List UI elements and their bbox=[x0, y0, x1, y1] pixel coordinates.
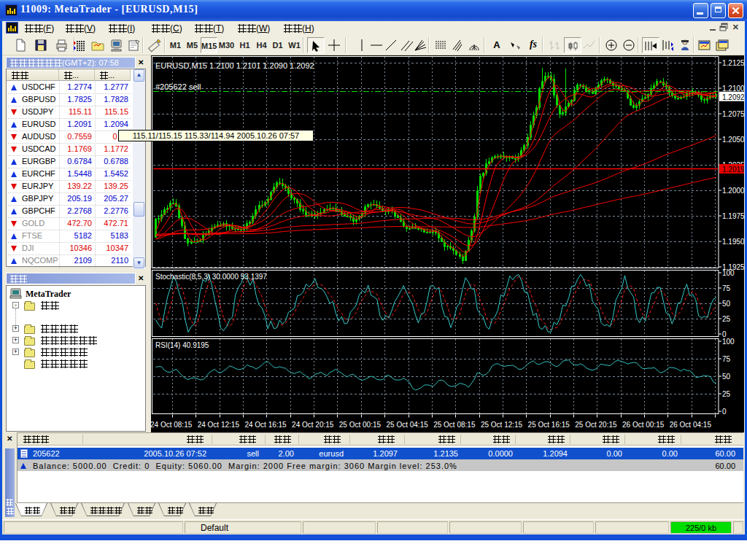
svg-text:RSI(14) 40.9195: RSI(14) 40.9195 bbox=[155, 341, 209, 349]
svg-text:1.2125: 1.2125 bbox=[722, 59, 744, 67]
svg-text:75: 75 bbox=[722, 284, 731, 292]
svg-text:25: 25 bbox=[722, 315, 731, 323]
svg-text:0: 0 bbox=[722, 408, 727, 416]
svg-text:26 Oct 00:15: 26 Oct 00:15 bbox=[622, 421, 665, 429]
svg-text:25: 25 bbox=[722, 390, 731, 398]
svg-text:1.2075: 1.2075 bbox=[722, 110, 744, 118]
svg-text:25 Oct 04:15: 25 Oct 04:15 bbox=[387, 421, 429, 429]
svg-text:25 Oct 16:15: 25 Oct 16:15 bbox=[528, 421, 570, 429]
svg-text:50: 50 bbox=[722, 373, 731, 381]
svg-text:24 Oct 08:15: 24 Oct 08:15 bbox=[151, 421, 193, 429]
svg-text:24 Oct 12:15: 24 Oct 12:15 bbox=[198, 421, 240, 429]
svg-text:1.2050: 1.2050 bbox=[722, 136, 744, 144]
svg-text:Stochastic(8,5,3) 30.0000 53: Stochastic(8,5,3) 30.0000 53.1397 bbox=[155, 273, 267, 281]
svg-text:1.2019: 1.2019 bbox=[722, 166, 744, 174]
svg-text:50: 50 bbox=[722, 300, 731, 308]
svg-text:26 Oct 04:15: 26 Oct 04:15 bbox=[670, 421, 712, 429]
svg-text:1.2000: 1.2000 bbox=[722, 187, 744, 195]
svg-text:EURUSD,M15 1.2100 1.2101 1.20: EURUSD,M15 1.2100 1.2101 1.2090 1.2092 bbox=[155, 61, 314, 70]
svg-text:100: 100 bbox=[722, 338, 735, 346]
svg-text:24 Oct 20:15: 24 Oct 20:15 bbox=[292, 421, 334, 429]
svg-text:100: 100 bbox=[722, 269, 735, 277]
svg-text:75: 75 bbox=[722, 355, 731, 363]
svg-text:24 Oct 16:15: 24 Oct 16:15 bbox=[244, 421, 287, 429]
svg-text:#205622 sell: #205622 sell bbox=[155, 82, 201, 91]
svg-text:25 Oct 08:15: 25 Oct 08:15 bbox=[433, 421, 476, 429]
svg-text:25 Oct 20:15: 25 Oct 20:15 bbox=[575, 421, 617, 429]
svg-text:0: 0 bbox=[722, 330, 727, 338]
svg-text:1.1975: 1.1975 bbox=[722, 212, 744, 220]
svg-text:1.1950: 1.1950 bbox=[722, 238, 744, 246]
svg-text:1.2092: 1.2092 bbox=[722, 93, 744, 101]
svg-text:25 Oct 12:15: 25 Oct 12:15 bbox=[481, 421, 523, 429]
svg-text:25 Oct 00:15: 25 Oct 00:15 bbox=[339, 421, 382, 429]
svg-text:1.2100: 1.2100 bbox=[722, 85, 744, 93]
